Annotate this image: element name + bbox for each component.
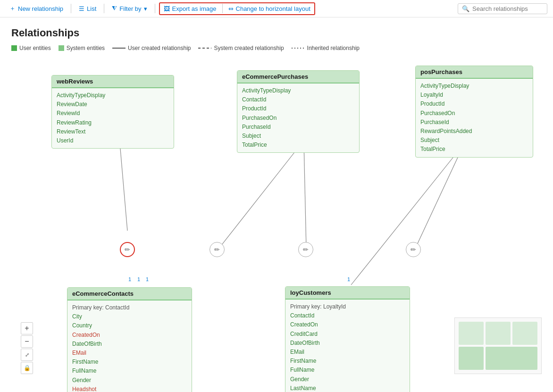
separator-4	[222, 4, 223, 13]
new-relationship-button[interactable]: ＋ New relationship	[6, 2, 67, 15]
mini-card-1	[459, 322, 484, 345]
entity-eCommerceContacts-header: eCommerceContacts	[67, 288, 192, 300]
zoom-in-button[interactable]: +	[21, 322, 33, 334]
field-Gender: Gender	[72, 376, 187, 385]
entity-eCommercePurchases[interactable]: eCommercePurchases ActivityTypeDisplay C…	[237, 70, 360, 153]
legend-inherited: Inherited relationship	[292, 45, 360, 51]
zoom-controls: + − ⤢ 🔒	[21, 322, 33, 374]
list-button[interactable]: ☰ List	[75, 3, 100, 14]
field-Subject: Subject	[242, 132, 354, 141]
entity-posPurchases[interactable]: posPurchases ActivityTypeDisplay Loyalty…	[415, 66, 533, 158]
fit-view-button[interactable]: ⤢	[21, 349, 33, 361]
main-content: Relationships User entities System entit…	[0, 17, 553, 392]
field-PurchasedOn2: PurchasedOn	[420, 109, 528, 118]
export-icon: 🖼	[164, 5, 170, 12]
mini-card-4	[459, 347, 484, 370]
mini-map-inner	[455, 318, 541, 374]
field-ActivityTypeDisplay2: ActivityTypeDisplay	[242, 86, 354, 95]
field-TotalPrice: TotalPrice	[242, 141, 354, 150]
field-PurchaseId2: PurchaseId	[420, 118, 528, 127]
horizontal-layout-button[interactable]: ⇔ Change to horizontal layout	[225, 3, 314, 14]
field-FullName2: FullName	[290, 366, 405, 375]
legend-system-entities-icon	[59, 45, 64, 51]
rel-circle-1[interactable]: ✏	[120, 242, 135, 257]
export-image-button[interactable]: 🖼 Export as image	[160, 3, 220, 14]
lock-button[interactable]: 🔒	[21, 362, 33, 374]
field-DateOfBirth2: DateOfBirth	[290, 339, 405, 348]
svg-line-0	[120, 143, 127, 231]
search-box[interactable]: 🔍	[458, 3, 547, 14]
field-CreatedOn: CreatedOn	[72, 331, 187, 340]
highlighted-actions: 🖼 Export as image ⇔ Change to horizontal…	[159, 2, 315, 15]
entity-webReviews-body: ActivityTypeDisplay ReviewDate ReviewId …	[52, 88, 174, 148]
separator-3	[155, 4, 155, 13]
field-FirstName: FirstName	[72, 358, 187, 367]
field-ContactId2: ContactId	[290, 311, 405, 320]
field-ReviewText: ReviewText	[57, 127, 169, 136]
legend-system-entities: System entities	[59, 45, 105, 51]
svg-text:1: 1	[128, 276, 131, 282]
field-PurchasedOn: PurchasedOn	[242, 114, 354, 123]
edit-icon-3: ✏	[303, 246, 309, 253]
field-TotalPrice2: TotalPrice	[420, 145, 528, 154]
diagram: * * * * 1 1 1 1 webReviews ActivityTypeD…	[11, 61, 542, 384]
filter-button[interactable]: ⧨ Filter by ▾	[108, 3, 151, 14]
mini-card-5	[486, 347, 537, 370]
mini-card-2	[486, 322, 511, 345]
field-Headshot: Headshot	[72, 385, 187, 392]
field-primary-key2: Primary key: LoyaltyId	[290, 302, 405, 311]
entity-loyCustomers-body: Primary key: LoyaltyId ContactId Created…	[285, 300, 410, 392]
field-FirstName2: FirstName	[290, 357, 405, 366]
field-UserId: UserId	[57, 136, 169, 145]
svg-line-2	[351, 143, 464, 285]
legend-user-entities: User entities	[11, 45, 51, 51]
field-primary-key: Primary key: ContactId	[72, 303, 187, 312]
entity-loyCustomers[interactable]: loyCustomers Primary key: LoyaltyId Cont…	[285, 286, 410, 392]
legend-system-created-icon	[198, 48, 211, 49]
entity-eCommercePurchases-body: ActivityTypeDisplay ContactId ProductId …	[237, 83, 359, 152]
svg-text:1: 1	[146, 276, 149, 282]
field-Subject2: Subject	[420, 136, 528, 145]
edit-icon-1: ✏	[125, 246, 130, 253]
svg-text:1: 1	[137, 276, 140, 282]
field-DateOfBirth: DateOfBirth	[72, 340, 187, 349]
rel-circle-4[interactable]: ✏	[406, 242, 421, 257]
field-ReviewRating: ReviewRating	[57, 118, 169, 127]
filter-icon: ⧨	[112, 5, 117, 12]
svg-line-4	[415, 143, 464, 250]
toolbar: ＋ New relationship ☰ List ⧨ Filter by ▾ …	[0, 0, 553, 17]
mini-card-3	[512, 322, 537, 345]
legend-system-created: System created relationship	[198, 45, 284, 51]
edit-icon-2: ✏	[214, 246, 220, 253]
svg-text:1: 1	[347, 276, 350, 282]
field-ContactId: ContactId	[242, 95, 354, 104]
field-CreatedOn2: CreatedOn	[290, 320, 405, 329]
field-ReviewId: ReviewId	[57, 109, 169, 118]
mini-map	[454, 317, 542, 374]
entity-posPurchases-header: posPurchases	[416, 66, 533, 79]
chevron-down-icon: ▾	[144, 5, 147, 12]
entity-posPurchases-body: ActivityTypeDisplay LoyaltyId ProductId …	[416, 79, 533, 157]
entity-eCommerceContacts-body: Primary key: ContactId City Country Crea…	[67, 300, 192, 392]
search-input[interactable]	[472, 5, 543, 12]
rel-circle-2[interactable]: ✏	[209, 242, 225, 257]
field-EMail2: EMail	[290, 348, 405, 357]
entity-eCommerceContacts[interactable]: eCommerceContacts Primary key: ContactId…	[67, 287, 192, 392]
legend: User entities System entities User creat…	[11, 45, 542, 51]
layout-icon: ⇔	[228, 5, 234, 12]
field-CreditCard: CreditCard	[290, 330, 405, 339]
legend-user-entities-icon	[11, 45, 17, 51]
field-FullName: FullName	[72, 367, 187, 375]
legend-inherited-icon	[292, 48, 305, 49]
entity-loyCustomers-header: loyCustomers	[285, 287, 410, 300]
field-LastName2: LastName	[290, 384, 405, 392]
field-ActivityTypeDisplay3: ActivityTypeDisplay	[420, 82, 528, 91]
field-Gender2: Gender	[290, 375, 405, 384]
list-icon: ☰	[79, 5, 84, 12]
rel-circle-3[interactable]: ✏	[298, 242, 313, 257]
zoom-out-button[interactable]: −	[21, 335, 33, 348]
field-City: City	[72, 312, 187, 321]
plus-icon: ＋	[9, 4, 16, 13]
field-ProductId2: ProductId	[420, 100, 528, 108]
entity-webReviews[interactable]: webReviews ActivityTypeDisplay ReviewDat…	[51, 75, 174, 149]
